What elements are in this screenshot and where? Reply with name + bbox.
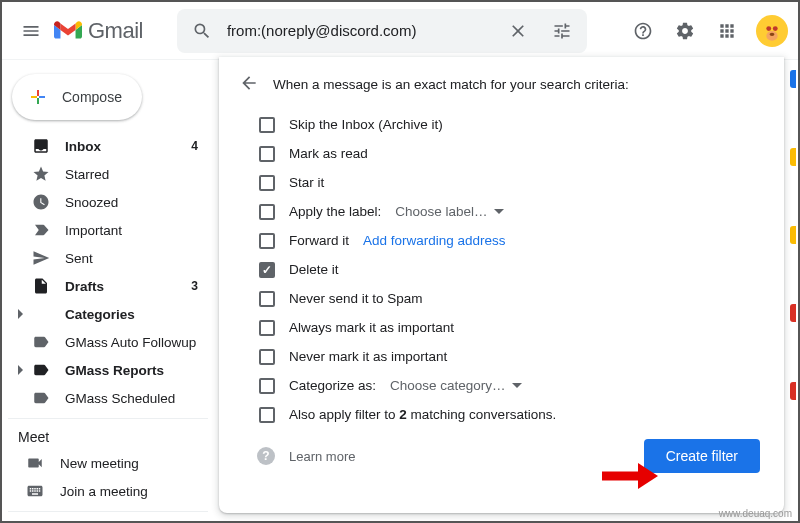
new-meeting-button[interactable]: New meeting (8, 449, 208, 477)
compose-button[interactable]: Compose (12, 74, 142, 120)
watermark: www.deuaq.com (719, 508, 792, 519)
plus-icon (26, 85, 50, 109)
help-icon[interactable]: ? (257, 447, 275, 465)
search-options-button[interactable] (543, 12, 581, 50)
forward-checkbox[interactable] (259, 233, 275, 249)
compose-label: Compose (62, 89, 122, 105)
video-icon (26, 454, 44, 472)
search-input[interactable] (227, 22, 493, 39)
sidebar-item-inbox[interactable]: Inbox4 (8, 132, 208, 160)
gmail-logo[interactable]: Gmail (54, 18, 143, 44)
skip-inbox-checkbox[interactable] (259, 117, 275, 133)
apps-button[interactable] (708, 12, 746, 50)
chevron-down-icon (494, 207, 504, 217)
sidebar-item-gmass-auto-followup[interactable]: GMass Auto Followup (8, 328, 208, 356)
sidebar: Compose Inbox4StarredSnoozedImportantSen… (2, 60, 214, 521)
sidebar-item-sent[interactable]: Sent (8, 244, 208, 272)
delete-checkbox[interactable] (259, 262, 275, 278)
gear-icon (675, 21, 695, 41)
sidebar-item-drafts[interactable]: Drafts3 (8, 272, 208, 300)
sidebar-item-important[interactable]: Important (8, 216, 208, 244)
join-meeting-button[interactable]: Join a meeting (8, 477, 208, 505)
arrow-back-icon (239, 73, 259, 93)
hamburger-icon (21, 21, 41, 41)
settings-button[interactable] (666, 12, 704, 50)
learn-more-link[interactable]: Learn more (289, 449, 355, 464)
gmail-text: Gmail (88, 18, 143, 44)
inbox-peek (790, 70, 796, 400)
account-avatar[interactable] (756, 15, 788, 47)
main-menu-button[interactable] (12, 12, 50, 50)
tune-icon (552, 21, 572, 41)
apply-label-checkbox[interactable] (259, 204, 275, 220)
search-bar[interactable] (177, 9, 587, 53)
choose-category-select[interactable]: Choose category… (390, 378, 522, 393)
star-checkbox[interactable] (259, 175, 275, 191)
never-spam-checkbox[interactable] (259, 291, 275, 307)
annotation-arrow (600, 461, 660, 491)
sidebar-item-starred[interactable]: Starred (8, 160, 208, 188)
clear-search-button[interactable] (499, 12, 537, 50)
apps-icon (717, 21, 737, 41)
gmail-icon (54, 20, 82, 42)
create-filter-button[interactable]: Create filter (644, 439, 760, 473)
help-icon (633, 21, 653, 41)
sidebar-item-categories[interactable]: Categories (8, 300, 208, 328)
sidebar-item-gmass-scheduled[interactable]: GMass Scheduled (8, 384, 208, 412)
svg-point-4 (770, 32, 775, 35)
create-filter-panel: When a message is an exact match for you… (219, 57, 784, 513)
back-button[interactable] (239, 73, 259, 96)
never-important-checkbox[interactable] (259, 349, 275, 365)
add-forwarding-link[interactable]: Add forwarding address (363, 233, 506, 248)
categorize-checkbox[interactable] (259, 378, 275, 394)
search-button[interactable] (183, 12, 221, 50)
keyboard-icon (26, 482, 44, 500)
filter-header-text: When a message is an exact match for you… (273, 77, 629, 92)
hangouts-header: Hangouts (8, 511, 208, 523)
close-icon (508, 21, 528, 41)
also-apply-checkbox[interactable] (259, 407, 275, 423)
sidebar-item-gmass-reports[interactable]: GMass Reports (8, 356, 208, 384)
chevron-down-icon (512, 381, 522, 391)
search-icon (192, 21, 212, 41)
svg-point-2 (773, 26, 778, 31)
always-important-checkbox[interactable] (259, 320, 275, 336)
avatar-icon (759, 18, 785, 44)
meet-header: Meet (8, 418, 208, 449)
choose-label-select[interactable]: Choose label… (395, 204, 503, 219)
support-button[interactable] (624, 12, 662, 50)
mark-read-checkbox[interactable] (259, 146, 275, 162)
sidebar-item-snoozed[interactable]: Snoozed (8, 188, 208, 216)
svg-point-1 (766, 26, 771, 31)
